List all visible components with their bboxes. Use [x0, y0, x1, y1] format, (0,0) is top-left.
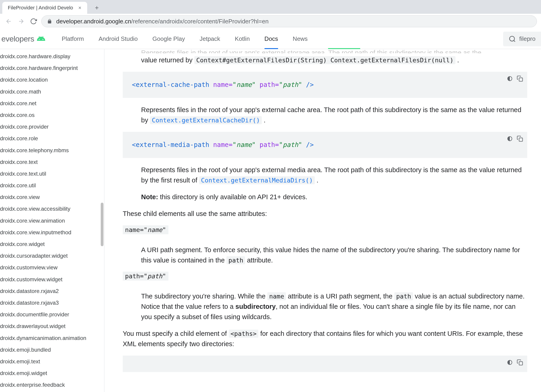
sidebar-item[interactable]: droidx.emoji.widget	[0, 367, 104, 379]
logo[interactable]: evelopers	[1, 34, 46, 43]
paragraph: Represents files in the root of your app…	[141, 165, 527, 185]
sidebar-item[interactable]: droidx.core.location	[0, 74, 104, 86]
sidebar-item[interactable]: droidx.core.role	[0, 132, 104, 144]
address-bar[interactable]: developer.android.google.cn/reference/an…	[41, 15, 537, 27]
svg-point-0	[510, 36, 514, 41]
search-text: filepro	[519, 35, 536, 42]
copy-icon[interactable]	[516, 358, 524, 367]
inline-code: name	[267, 292, 286, 300]
inline-code-link[interactable]: Context.getExternalCacheDir()	[150, 116, 262, 124]
theme-toggle-icon[interactable]	[506, 75, 514, 83]
svg-rect-2	[519, 138, 523, 141]
note-paragraph: Note: this directory is only available o…	[141, 192, 527, 202]
copy-icon[interactable]	[516, 75, 524, 83]
paragraph: You must specify a child element of <pat…	[123, 329, 527, 349]
sidebar-item[interactable]: droidx.core.hardware.fingerprint	[0, 62, 104, 74]
sidebar-item[interactable]: droidx.core.view.inputmethod	[0, 226, 104, 238]
sidebar-item[interactable]: droidx.exifinterface.media	[0, 391, 104, 392]
sidebar-item[interactable]: droidx.core.view.animation	[0, 215, 104, 226]
sidebar-item[interactable]: droidx.datastore.rxjava2	[0, 285, 104, 297]
sidebar-item[interactable]: droidx.core.telephony.mbms	[0, 144, 104, 156]
sidebar-item[interactable]: droidx.core.view	[0, 191, 104, 203]
search-box[interactable]: filepro	[503, 32, 541, 46]
inline-code: path	[226, 256, 245, 264]
nav-item-google-play[interactable]: Google Play	[152, 29, 185, 49]
tab-strip: FileProvider | Android Develo	[0, 0, 541, 14]
forward-button[interactable]	[16, 17, 26, 26]
main-content[interactable]: Represents files in the root of your app…	[104, 49, 541, 392]
content-area: droidx.core.hardware.displaydroidx.core.…	[0, 49, 541, 392]
theme-toggle-icon[interactable]	[506, 135, 514, 143]
code-block-partial	[123, 356, 527, 372]
attr-label-name: name="name"	[123, 225, 168, 234]
browser-chrome: FileProvider | Android Develo developer.…	[0, 0, 541, 29]
copy-icon[interactable]	[516, 135, 524, 143]
inline-code: Context#getExternalFilesDir(String) Cont…	[194, 56, 455, 64]
attr-label-path: path="path"	[123, 272, 168, 280]
sidebar-item[interactable]: droidx.core.os	[0, 109, 104, 121]
sidebar-item[interactable]: droidx.documentfile.provider	[0, 309, 104, 320]
sidebar-item[interactable]: droidx.customview.view	[0, 262, 104, 273]
scrollbar-thumb[interactable]	[101, 203, 104, 246]
nav-item-jetpack[interactable]: Jetpack	[200, 29, 220, 49]
code-block-external-media-path: <external-media-path name="name" path="p…	[123, 132, 527, 158]
paragraph: value returned by Context#getExternalFil…	[141, 55, 527, 65]
reload-button[interactable]	[29, 17, 38, 26]
lock-icon	[47, 19, 52, 24]
sidebar-item[interactable]: droidx.enterprise.feedback	[0, 379, 104, 391]
inline-code: <paths>	[229, 330, 259, 338]
svg-rect-1	[519, 78, 523, 81]
main-nav: PlatformAndroid StudioGoogle PlayJetpack…	[62, 29, 308, 49]
sidebar-item[interactable]: droidx.core.widget	[0, 238, 104, 250]
sidebar-item[interactable]: droidx.core.math	[0, 86, 104, 97]
clipped-text: Represents files in the root of your app…	[141, 49, 527, 53]
theme-toggle-icon[interactable]	[506, 358, 514, 367]
back-button[interactable]	[4, 17, 13, 26]
sidebar-item[interactable]: droidx.core.hardware.display	[0, 51, 104, 62]
inline-code-link[interactable]: Context.getExternalMediaDirs()	[199, 176, 315, 184]
sidebar-item[interactable]: droidx.customview.widget	[0, 274, 104, 285]
sidebar-item[interactable]: droidx.emoji.bundled	[0, 344, 104, 356]
sidebar-item[interactable]: droidx.drawerlayout.widget	[0, 320, 104, 332]
code-block-external-cache-path: <external-cache-path name="name" path="p…	[123, 72, 527, 98]
sidebar-item[interactable]: droidx.core.provider	[0, 121, 104, 132]
sidebar-item[interactable]: droidx.core.net	[0, 97, 104, 109]
search-icon	[509, 35, 516, 43]
nav-item-kotlin[interactable]: Kotlin	[235, 29, 250, 49]
sidebar-item[interactable]: droidx.core.util	[0, 179, 104, 191]
sidebar-item[interactable]: droidx.core.text.util	[0, 168, 104, 179]
browser-toolbar: developer.android.google.cn/reference/an…	[0, 14, 541, 29]
sidebar-item[interactable]: droidx.datastore.rxjava3	[0, 297, 104, 309]
paragraph: The subdirectory you're sharing. While t…	[141, 291, 527, 322]
android-icon	[36, 36, 46, 42]
tab-title: FileProvider | Android Develo	[8, 5, 74, 11]
close-icon[interactable]	[77, 5, 83, 10]
nav-item-news[interactable]: News	[293, 29, 308, 49]
paragraph: A URI path segment. To enforce security,…	[141, 245, 527, 265]
new-tab-button[interactable]	[92, 3, 102, 13]
paragraph: Represents files in the root of your app…	[141, 105, 527, 125]
sidebar-item[interactable]: droidx.core.text	[0, 156, 104, 168]
svg-rect-3	[519, 362, 523, 365]
sidebar-item[interactable]: droidx.cursoradapter.widget	[0, 250, 104, 262]
nav-item-android-studio[interactable]: Android Studio	[99, 29, 138, 49]
sidebar-item[interactable]: droidx.emoji.text	[0, 356, 104, 367]
nav-item-docs[interactable]: Docs	[265, 29, 278, 49]
sidebar-item[interactable]: droidx.dynamicanimation.animation	[0, 332, 104, 344]
site-header: evelopers PlatformAndroid StudioGoogle P…	[0, 29, 541, 49]
paragraph: These child elements all use the same at…	[123, 209, 527, 219]
nav-item-platform[interactable]: Platform	[62, 29, 84, 49]
inline-code: path	[394, 292, 413, 300]
url-text: developer.android.google.cn/reference/an…	[56, 18, 269, 25]
browser-tab[interactable]: FileProvider | Android Develo	[2, 2, 87, 14]
sidebar-item[interactable]: droidx.core.view.accessibility	[0, 203, 104, 214]
sidebar[interactable]: droidx.core.hardware.displaydroidx.core.…	[0, 49, 104, 392]
